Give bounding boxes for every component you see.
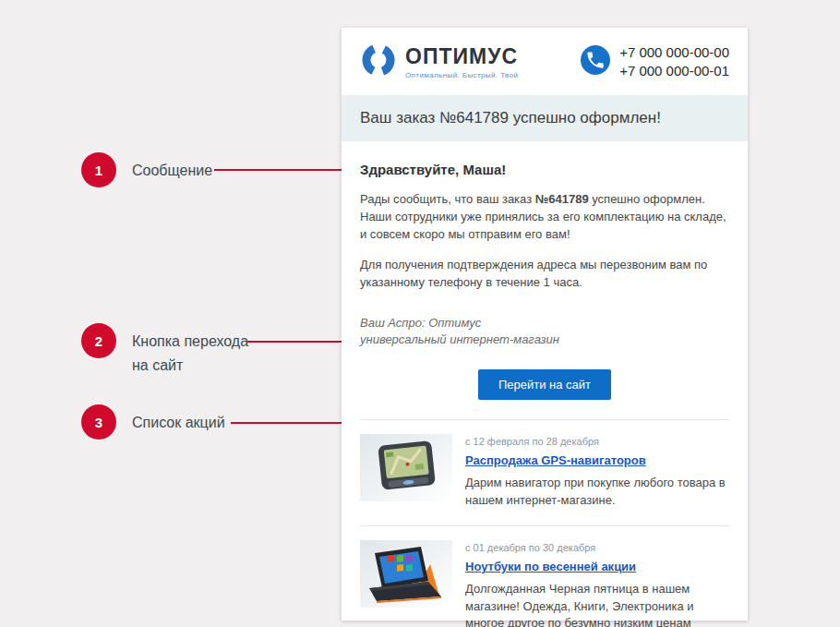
- brand-text: ОПТИМУС Оптимальный. Быстрый. Твой: [405, 44, 518, 79]
- signature: Ваш Аспро: Оптимус универсальный интерне…: [360, 315, 729, 350]
- annotation-2-label-line1: Кнопка перехода: [132, 330, 248, 354]
- annotation-1-label: Сообщение: [132, 159, 212, 183]
- laptop-image[interactable]: [360, 540, 452, 608]
- brand: ОПТИМУС Оптимальный. Быстрый. Твой: [360, 42, 518, 82]
- promo-description: Долгожданная Черная пятница в нашем мага…: [465, 581, 729, 627]
- annotation-3-badge: 3: [81, 404, 116, 440]
- optimus-logo-icon: [360, 42, 397, 82]
- email-header: ОПТИМУС Оптимальный. Быстрый. Твой +7 00…: [342, 28, 748, 95]
- promo-item-laptops: с 01 декабря по 30 декабря Ноутбуки по в…: [342, 526, 748, 627]
- order-number: №641789: [535, 192, 589, 206]
- email-body: Здравствуйте, Маша! Рады сообщить, что в…: [342, 162, 748, 400]
- annotation-3-line: [231, 422, 349, 424]
- phone-number-1: +7 000 000-00-00: [619, 43, 729, 62]
- signature-line1: Ваш Аспро: Оптимус: [360, 315, 729, 332]
- promo-dates: с 01 декабря по 30 декабря: [465, 542, 729, 553]
- gps-navigator-image[interactable]: [360, 434, 452, 501]
- annotation-1-line: [214, 169, 346, 171]
- signature-line2: универсальный интернет-магазин: [360, 332, 729, 349]
- annotation-1-badge: 1: [81, 152, 116, 187]
- greeting: Здравствуйте, Маша!: [360, 162, 729, 177]
- cta-row: Перейти на сайт: [360, 369, 729, 400]
- promo-dates: с 12 февраля по 28 декабря: [465, 436, 729, 447]
- order-status-banner: Ваш заказ №641789 успешно оформлен!: [342, 95, 748, 141]
- order-status-text: Ваш заказ №641789 успешно оформлен!: [360, 109, 661, 127]
- annotation-2-label: Кнопка перехода на сайт: [132, 330, 248, 378]
- email-card: ОПТИМУС Оптимальный. Быстрый. Твой +7 00…: [342, 28, 748, 621]
- page: { "colors": { "page_bg": "#f1eff0", "acc…: [0, 0, 840, 627]
- annotation-2-badge: 2: [81, 323, 116, 358]
- annotation-3-label: Список акций: [132, 411, 225, 435]
- go-to-site-button[interactable]: Перейти на сайт: [478, 369, 611, 400]
- promo-title-link-gps[interactable]: Распродажа GPS-навигаторов: [465, 453, 646, 467]
- phone-block: +7 000 000-00-00 +7 000 000-00-01: [580, 43, 729, 80]
- phone-icon: [580, 44, 611, 79]
- annotation-2-label-line2: на сайт: [132, 354, 248, 378]
- brand-name: ОПТИМУС: [405, 44, 518, 69]
- paragraph-order: Рады сообщить, что ваш заказ №641789 усп…: [360, 190, 729, 243]
- promo-content-laptops: с 01 декабря по 30 декабря Ноутбуки по в…: [465, 540, 729, 627]
- promo-description: Дарим навигатор при покупке любого товар…: [465, 475, 729, 509]
- promo-content-gps: с 12 февраля по 28 декабря Распродажа GP…: [465, 434, 729, 509]
- promo-item-gps: с 12 февраля по 28 декабря Распродажа GP…: [342, 420, 748, 511]
- paragraph-order-start: Рады сообщить, что ваш заказ: [360, 192, 535, 206]
- brand-tagline: Оптимальный. Быстрый. Твой: [405, 71, 518, 79]
- phone-numbers: +7 000 000-00-00 +7 000 000-00-01: [619, 43, 729, 80]
- phone-number-2: +7 000 000-00-01: [619, 62, 729, 80]
- paragraph-callback: Для получения подтверждения адреса мы пе…: [360, 256, 729, 291]
- promo-title-link-laptops[interactable]: Ноутбуки по весенней акции: [465, 560, 636, 573]
